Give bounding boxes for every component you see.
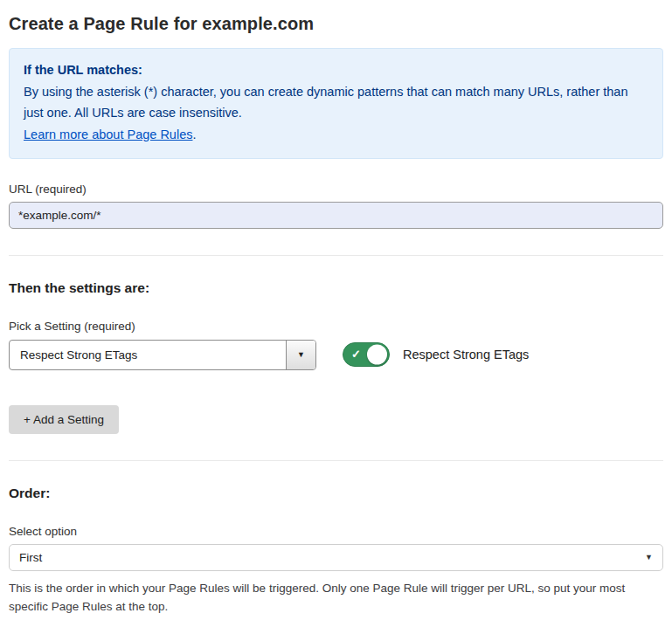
info-box-heading: If the URL matches: [24, 60, 648, 81]
order-select-label: Select option [9, 525, 663, 538]
etag-toggle-group: ✓ Respect Strong ETags [343, 342, 529, 367]
setting-select[interactable]: Respect Strong ETags ▼ [9, 340, 316, 370]
add-setting-button[interactable]: + Add a Setting [9, 405, 119, 434]
toggle-knob [367, 345, 387, 365]
info-box-body: By using the asterisk (*) character, you… [24, 82, 648, 124]
order-heading: Order: [9, 486, 663, 501]
dropdown-arrow-icon[interactable]: ▼ [286, 341, 315, 369]
pick-setting-label: Pick a Setting (required) [9, 320, 663, 333]
order-select-wrap: First ▼ [9, 544, 663, 571]
order-select-value: First [19, 551, 42, 564]
respect-strong-etags-toggle[interactable]: ✓ [343, 342, 390, 367]
page-title: Create a Page Rule for example.com [9, 14, 663, 34]
url-input[interactable] [9, 202, 663, 229]
order-select[interactable]: First [9, 544, 663, 571]
section-divider [9, 255, 663, 256]
info-box-link-line: Learn more about Page Rules. [24, 125, 648, 146]
learn-more-link[interactable]: Learn more about Page Rules [24, 127, 192, 141]
settings-heading: Then the settings are: [9, 280, 663, 296]
url-match-info-box: If the URL matches: By using the asteris… [9, 48, 663, 159]
toggle-label: Respect Strong ETags [403, 348, 529, 362]
setting-select-value: Respect Strong ETags [10, 341, 286, 369]
check-icon: ✓ [351, 348, 361, 360]
link-period: . [192, 127, 196, 141]
section-divider-2 [9, 460, 663, 461]
order-help-text: This is the order in which your Page Rul… [9, 579, 662, 617]
create-page-rule-page: Create a Page Rule for example.com If th… [0, 0, 672, 627]
url-field-label: URL (required) [9, 183, 663, 196]
setting-row: Respect Strong ETags ▼ ✓ Respect Strong … [9, 340, 663, 370]
